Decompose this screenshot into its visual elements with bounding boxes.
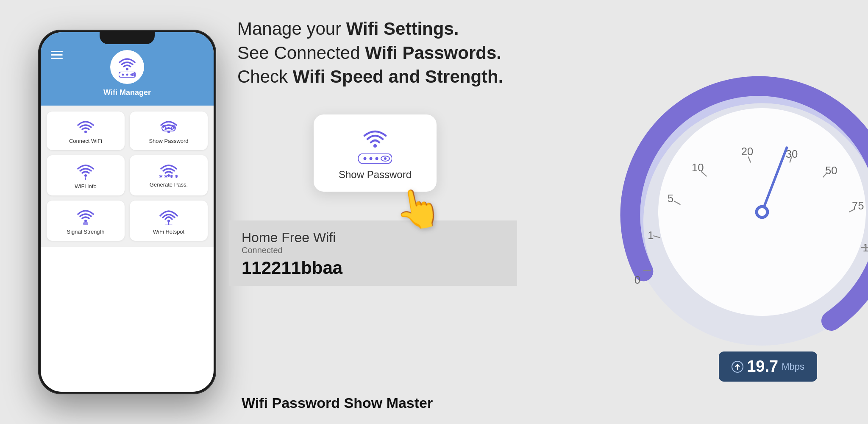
right-section: 0 1 5 10 20 30 50 75 100: [520, 0, 868, 424]
speedometer-svg: 0 1 5 10 20 30 50 75 100: [614, 64, 868, 360]
speed-value: 19.7: [747, 357, 778, 376]
tagline-line3-normal: Check: [237, 67, 293, 86]
svg-point-51: [758, 208, 766, 216]
svg-point-0: [126, 68, 128, 70]
left-section: Wifi Manager Connect WiFi: [0, 0, 254, 424]
svg-text:1: 1: [648, 229, 654, 241]
wifi-network-name: Home Free Wifi: [242, 230, 504, 245]
cursor-hand: 👆: [391, 183, 445, 235]
svg-point-25: [370, 157, 373, 160]
svg-text:5: 5: [668, 192, 673, 204]
wifi-connection-status: Connected: [242, 245, 504, 255]
wifi-info-icon: i: [76, 163, 95, 180]
signal-strength-icon: [76, 208, 95, 225]
grid-item-generate-pass[interactable]: ✱ ✱ ✱ ✱ Generate Pass.: [130, 155, 208, 195]
grid-item-wifi-info[interactable]: i WiFi Info: [47, 155, 125, 195]
svg-text:20: 20: [741, 145, 754, 157]
password-dots-logo: [119, 72, 136, 78]
svg-point-22: [373, 144, 377, 148]
svg-point-11: [171, 127, 172, 129]
svg-point-6: [84, 131, 87, 133]
wifi-hotspot-label: WiFi Hotspot: [153, 229, 184, 235]
tagline: Manage your Wifi Settings. See Connected…: [237, 17, 517, 89]
show-password-label: Show Password: [149, 138, 188, 144]
show-password-icon: [159, 119, 178, 134]
svg-rect-18: [83, 222, 88, 225]
tagline-line2-bold: Wifi Passwords.: [365, 43, 501, 63]
tagline-line2-normal: See Connected: [237, 43, 365, 63]
svg-point-19: [167, 220, 170, 222]
speed-unit: Mbps: [782, 361, 804, 372]
grid-item-signal-strength[interactable]: Signal Strength: [47, 201, 125, 241]
wifi-logo-icon: [118, 56, 136, 72]
signal-strength-label: Signal Strength: [67, 229, 105, 235]
svg-text:50: 50: [825, 165, 837, 176]
svg-rect-23: [358, 153, 392, 164]
generate-pass-icon: ✱ ✱ ✱ ✱: [159, 163, 178, 178]
svg-point-28: [384, 157, 387, 160]
upload-icon: [732, 361, 743, 373]
svg-point-3: [126, 74, 128, 76]
svg-point-2: [122, 74, 124, 76]
bottom-label: Wifi Password Show Master: [229, 395, 517, 411]
connect-wifi-icon: [76, 119, 95, 134]
tagline-line1-normal: Manage your: [237, 19, 346, 39]
svg-point-17: [84, 220, 87, 222]
generate-pass-label: Generate Pass.: [150, 181, 188, 188]
tagline-line2: See Connected Wifi Passwords.: [237, 41, 517, 65]
wifi-info-panel: Home Free Wifi Connected 112211bbaa: [229, 220, 517, 286]
phone-mockup: Wifi Manager Connect WiFi: [38, 30, 216, 394]
svg-point-24: [364, 157, 367, 160]
show-password-popup[interactable]: Show Password: [314, 114, 437, 192]
popup-password-icon: [358, 153, 392, 164]
app-grid: Connect WiFi: [41, 106, 214, 247]
speedometer-visual: 0 1 5 10 20 30 50 75 100: [614, 64, 868, 360]
grid-item-connect-wifi[interactable]: Connect WiFi: [47, 112, 125, 150]
connect-wifi-label: Connect WiFi: [69, 138, 102, 144]
middle-section: Manage your Wifi Settings. See Connected…: [229, 0, 526, 424]
svg-point-9: [165, 127, 167, 129]
svg-point-10: [168, 127, 170, 129]
phone-screen: Wifi Manager Connect WiFi: [41, 32, 214, 392]
grid-item-show-password[interactable]: Show Password: [130, 112, 208, 150]
popup-label: Show Password: [339, 169, 412, 181]
tagline-line1-bold: Wifi Settings.: [346, 19, 459, 39]
phone-notch: [100, 32, 155, 44]
app-title: Wifi Manager: [103, 88, 151, 97]
tagline-line3: Check Wifi Speed and Strength.: [237, 65, 517, 89]
hamburger-icon[interactable]: [51, 51, 63, 59]
app-logo: [110, 50, 144, 84]
svg-point-26: [376, 157, 378, 160]
popup-wifi-icon: [362, 127, 388, 148]
wifi-password-value: 112211bbaa: [242, 258, 504, 278]
wifi-hotspot-icon: [159, 208, 178, 225]
svg-text:0: 0: [634, 274, 640, 286]
svg-text:✱ ✱ ✱ ✱: ✱ ✱ ✱ ✱: [159, 174, 178, 178]
tagline-line1: Manage your Wifi Settings.: [237, 17, 517, 41]
wifi-info-label: WiFi Info: [75, 183, 96, 190]
grid-item-wifi-hotspot[interactable]: WiFi Hotspot: [130, 201, 208, 241]
speed-badge: 19.7 Mbps: [719, 351, 817, 382]
tagline-line3-bold: Wifi Speed and Strength.: [293, 67, 504, 86]
